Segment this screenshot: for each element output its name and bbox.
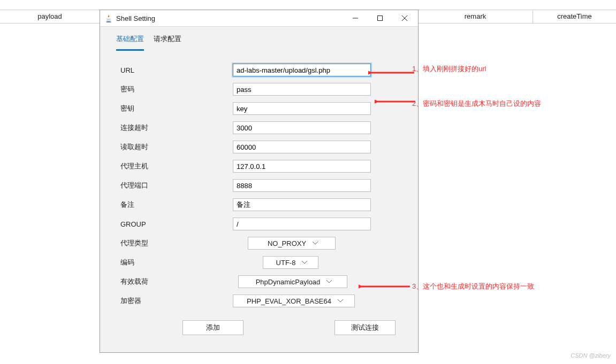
- java-icon: [104, 14, 113, 22]
- tab-request-config[interactable]: 请求配置: [154, 34, 181, 51]
- bg-col-createtime: createTime: [533, 10, 616, 23]
- proxy-type-value: NO_PROXY: [268, 239, 306, 247]
- label-url: URL: [120, 66, 233, 74]
- tabbar: 基础配置 请求配置: [100, 27, 418, 51]
- label-group: GROUP: [120, 220, 233, 228]
- add-button[interactable]: 添加: [182, 320, 244, 335]
- chevron-down-icon: [326, 280, 332, 283]
- label-proxy-host: 代理主机: [120, 161, 233, 171]
- svg-rect-2: [378, 16, 383, 21]
- annotation-2: 2、密码和密钥是生成木马时自己设的内容: [412, 99, 541, 109]
- secret-input[interactable]: [233, 102, 371, 115]
- chevron-down-icon: [302, 261, 307, 264]
- payload-value: PhpDynamicPayload: [256, 278, 321, 286]
- chevron-down-icon: [313, 242, 318, 245]
- proxy-host-input[interactable]: [233, 160, 371, 173]
- label-proxy-port: 代理端口: [120, 181, 233, 190]
- conn-timeout-input[interactable]: [233, 121, 371, 134]
- label-secret: 密钥: [120, 104, 233, 113]
- shell-setting-dialog: Shell Setting 基础配置 请求配置 URL 密码 密钥 连接超时: [100, 10, 419, 353]
- label-remark: 备注: [120, 200, 233, 210]
- remark-input[interactable]: [233, 198, 371, 211]
- label-conn-timeout: 连接超时: [120, 123, 233, 133]
- label-encryptor: 加密器: [120, 296, 233, 306]
- watermark: CSDN @zibery: [571, 352, 611, 359]
- form: URL 密码 密钥 连接超时 读取超时 代理主机 代理端口 备注: [100, 51, 418, 335]
- password-input[interactable]: [233, 83, 371, 96]
- annotation-3: 3、这个也和生成时设置的内容保持一致: [412, 282, 534, 291]
- proxy-type-select[interactable]: NO_PROXY: [248, 237, 336, 250]
- label-encoding: 编码: [120, 258, 233, 267]
- encoding-value: UTF-8: [276, 259, 296, 267]
- label-proxy-type: 代理类型: [120, 238, 233, 248]
- encoding-select[interactable]: UTF-8: [263, 256, 318, 269]
- svg-point-0: [106, 21, 111, 22]
- encryptor-select[interactable]: PHP_EVAL_XOR_BASE64: [233, 295, 355, 307]
- window-title: Shell Setting: [116, 14, 343, 22]
- read-timeout-input[interactable]: [233, 141, 371, 153]
- label-password: 密码: [120, 84, 233, 94]
- bg-col-remark: remark: [418, 10, 533, 23]
- test-connection-button[interactable]: 测试连接: [334, 320, 396, 335]
- maximize-button[interactable]: [368, 10, 392, 26]
- encryptor-value: PHP_EVAL_XOR_BASE64: [247, 297, 331, 305]
- titlebar[interactable]: Shell Setting: [100, 10, 418, 27]
- close-button[interactable]: [392, 10, 417, 26]
- proxy-port-input[interactable]: [233, 179, 371, 192]
- group-input[interactable]: [233, 218, 371, 230]
- payload-select[interactable]: PhpDynamicPayload: [238, 275, 347, 288]
- tab-basic-config[interactable]: 基础配置: [116, 34, 144, 51]
- url-input[interactable]: [233, 64, 371, 76]
- minimize-button[interactable]: [343, 10, 368, 26]
- label-payload: 有效载荷: [120, 277, 233, 286]
- label-read-timeout: 读取超时: [120, 142, 233, 152]
- chevron-down-icon: [338, 299, 343, 303]
- annotation-1: 1、填入刚刚拼接好的url: [412, 64, 486, 74]
- bg-col-payload: payload: [0, 10, 100, 23]
